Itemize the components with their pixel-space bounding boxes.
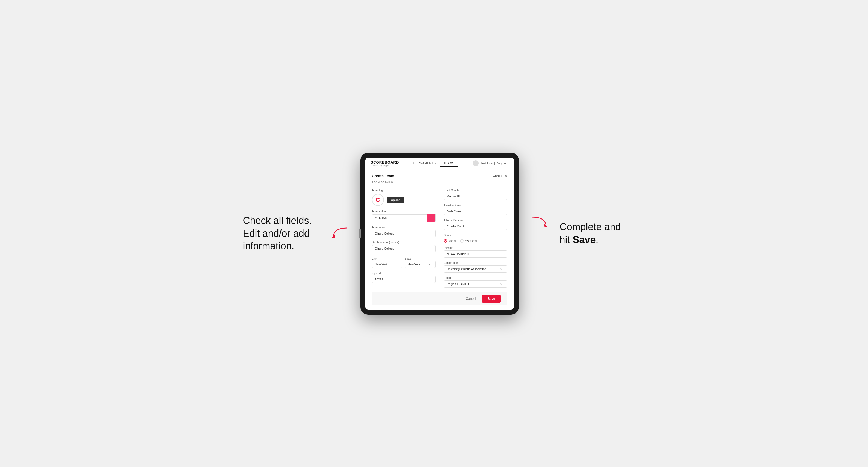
annotation-line1: Check all fields. — [243, 215, 312, 226]
left-column: Team logo C Upload Team colour — [372, 189, 435, 287]
gender-womens-radio[interactable]: Womens — [460, 239, 477, 243]
colour-input-row — [372, 214, 435, 222]
gender-field: Gender Mens Womens — [444, 234, 507, 243]
head-coach-input[interactable] — [444, 193, 507, 200]
tablet-frame: SCOREBOARD Powered by clippd TOURNAMENTS… — [361, 153, 519, 315]
section-label: TEAM DETAILS — [372, 181, 507, 185]
nav-tournaments[interactable]: TOURNAMENTS — [407, 160, 439, 167]
state-select-wrapper: ✕ ⌄ — [405, 261, 435, 268]
zip-input[interactable] — [372, 276, 435, 283]
team-name-input[interactable] — [372, 230, 435, 237]
zip-field: Zip code — [372, 272, 435, 283]
tablet-screen: SCOREBOARD Powered by clippd TOURNAMENTS… — [365, 158, 514, 310]
arrow-left-icon — [330, 227, 349, 240]
head-coach-field: Head Coach — [444, 189, 507, 200]
annotation-line2: Edit and/or add — [243, 228, 310, 239]
save-button[interactable]: Save — [482, 295, 500, 303]
conference-input[interactable] — [444, 266, 507, 273]
athletic-director-label: Athletic Director — [444, 219, 507, 222]
colour-swatch[interactable] — [427, 214, 435, 222]
athletic-director-input[interactable] — [444, 223, 507, 230]
city-state-field: City State ✕ ⌄ — [372, 256, 435, 268]
logo-circle: C — [372, 194, 384, 206]
right-annotation-line1: Complete and — [560, 221, 621, 232]
display-name-label: Display name (unique) — [372, 241, 435, 244]
region-field: Region ✕ ⌄ — [444, 276, 507, 287]
team-logo-label: Team logo — [372, 189, 435, 192]
region-chevron-icon[interactable]: ⌄ — [503, 282, 506, 285]
conference-label: Conference — [444, 261, 507, 264]
navbar: SCOREBOARD Powered by clippd TOURNAMENTS… — [365, 158, 514, 169]
assistant-coach-label: Assistant Coach — [444, 204, 507, 207]
division-chevron-icon[interactable]: ⌄ — [503, 252, 506, 255]
nav-teams[interactable]: TEAMS — [440, 160, 458, 167]
brand-subtitle: Powered by clippd — [371, 164, 399, 166]
nav-user: Test User | Sign out — [473, 160, 508, 166]
head-coach-label: Head Coach — [444, 189, 507, 192]
team-name-label: Team name — [372, 226, 435, 229]
athletic-director-field: Athletic Director — [444, 219, 507, 230]
mens-label: Mens — [448, 239, 456, 242]
form-footer: Cancel Save — [372, 292, 507, 305]
conference-select-controls: ✕ ⌄ — [500, 268, 506, 270]
form-grid: Team logo C Upload Team colour — [372, 189, 507, 287]
annotation-line3: information. — [243, 240, 294, 251]
cancel-button[interactable]: Cancel — [463, 295, 479, 302]
mens-radio-circle — [444, 239, 447, 243]
cancel-label: Cancel — [493, 174, 503, 178]
gender-mens-radio[interactable]: Mens — [444, 239, 456, 243]
conference-chevron-icon[interactable]: ⌄ — [503, 268, 506, 270]
close-icon[interactable]: ✕ — [504, 174, 507, 178]
logo-area: C Upload — [372, 194, 435, 206]
right-annotation-end: . — [596, 234, 598, 245]
conference-clear-icon[interactable]: ✕ — [500, 268, 502, 270]
state-select-controls: ✕ ⌄ — [428, 263, 434, 266]
upload-button[interactable]: Upload — [387, 197, 404, 203]
gender-radio-group: Mens Womens — [444, 239, 507, 243]
state-field: State ✕ ⌄ — [405, 256, 435, 268]
conference-select-wrapper: ✕ ⌄ — [444, 266, 507, 273]
division-select-wrapper: ⌄ — [444, 250, 507, 257]
region-label: Region — [444, 276, 507, 279]
right-annotation-line2: hit — [560, 234, 573, 245]
womens-label: Womens — [465, 239, 477, 242]
content-area: Create Team Cancel ✕ TEAM DETAILS Team l… — [365, 169, 514, 310]
assistant-coach-input[interactable] — [444, 208, 507, 215]
sign-out-link[interactable]: Sign out — [497, 162, 508, 165]
display-name-input[interactable] — [372, 245, 435, 252]
region-input[interactable] — [444, 280, 507, 287]
region-clear-icon[interactable]: ✕ — [500, 282, 502, 285]
left-annotation: Check all fields. Edit and/or add inform… — [243, 214, 319, 253]
team-name-field: Team name — [372, 226, 435, 237]
form-title: Create Team — [372, 174, 395, 178]
assistant-coach-field: Assistant Coach — [444, 204, 507, 215]
team-colour-label: Team colour — [372, 210, 435, 213]
gender-label: Gender — [444, 234, 507, 237]
state-chevron-icon[interactable]: ⌄ — [432, 263, 434, 266]
nav-links: TOURNAMENTS TEAMS — [407, 160, 472, 167]
division-label: Division — [444, 246, 507, 249]
region-select-wrapper: ✕ ⌄ — [444, 280, 507, 287]
city-field: City — [372, 256, 403, 268]
right-annotation: Complete and hit Save. — [560, 221, 625, 246]
city-label: City — [372, 257, 376, 260]
division-input[interactable] — [444, 250, 507, 257]
cancel-x-button[interactable]: Cancel ✕ — [493, 174, 507, 178]
state-label: State — [405, 257, 411, 260]
womens-radio-circle — [460, 239, 464, 243]
state-clear-icon[interactable]: ✕ — [428, 263, 431, 266]
colour-input[interactable] — [372, 214, 427, 221]
conference-field: Conference ✕ ⌄ — [444, 261, 507, 273]
team-colour-field: Team colour — [372, 210, 435, 222]
brand: SCOREBOARD Powered by clippd — [371, 160, 399, 166]
brand-name: SCOREBOARD — [371, 160, 399, 164]
page-header: Create Team Cancel ✕ — [372, 174, 507, 178]
city-state-row: City State ✕ ⌄ — [372, 256, 435, 268]
right-column: Head Coach Assistant Coach Athletic Dire… — [444, 189, 507, 287]
city-input[interactable] — [372, 261, 403, 268]
arrow-right-icon — [530, 216, 549, 229]
user-label: Test User | — [481, 162, 495, 165]
user-avatar — [473, 160, 478, 166]
team-logo-field: Team logo C Upload — [372, 189, 435, 206]
right-annotation-bold: Save — [573, 234, 596, 245]
